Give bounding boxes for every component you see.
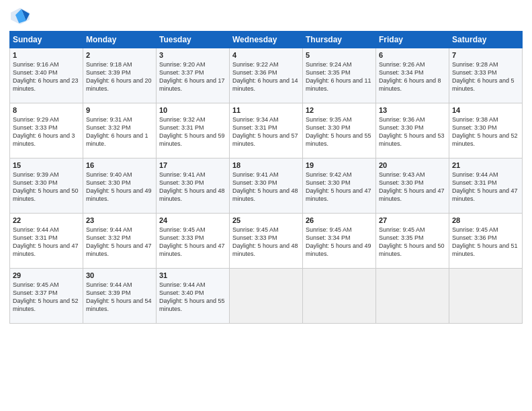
calendar-week-4: 22Sunrise: 9:44 AMSunset: 3:31 PMDayligh… bbox=[10, 214, 523, 269]
calendar-cell: 3Sunrise: 9:20 AMSunset: 3:37 PMDaylight… bbox=[157, 48, 230, 103]
day-content: Sunrise: 9:44 AMSunset: 3:31 PMDaylight:… bbox=[13, 226, 80, 259]
day-content: Sunrise: 9:45 AMSunset: 3:34 PMDaylight:… bbox=[306, 226, 373, 259]
calendar-cell bbox=[449, 269, 523, 324]
day-number: 20 bbox=[379, 161, 446, 169]
day-number: 28 bbox=[452, 216, 519, 224]
day-number: 23 bbox=[86, 216, 153, 224]
day-number: 11 bbox=[232, 106, 300, 114]
calendar-cell: 16Sunrise: 9:40 AMSunset: 3:30 PMDayligh… bbox=[83, 158, 157, 214]
day-number: 25 bbox=[232, 216, 300, 224]
day-number: 26 bbox=[306, 216, 373, 224]
day-content: Sunrise: 9:35 AMSunset: 3:30 PMDaylight:… bbox=[306, 116, 373, 148]
calendar-cell: 22Sunrise: 9:44 AMSunset: 3:31 PMDayligh… bbox=[10, 214, 83, 269]
calendar-cell: 6Sunrise: 9:26 AMSunset: 3:34 PMDaylight… bbox=[376, 48, 449, 103]
day-content: Sunrise: 9:45 AMSunset: 3:33 PMDaylight:… bbox=[232, 226, 300, 259]
day-number: 9 bbox=[86, 106, 153, 114]
calendar-cell: 17Sunrise: 9:41 AMSunset: 3:30 PMDayligh… bbox=[157, 158, 230, 214]
calendar-cell: 5Sunrise: 9:24 AMSunset: 3:35 PMDaylight… bbox=[303, 48, 376, 103]
day-number: 19 bbox=[306, 161, 373, 169]
calendar-cell: 7Sunrise: 9:28 AMSunset: 3:33 PMDaylight… bbox=[449, 48, 523, 103]
day-content: Sunrise: 9:44 AMSunset: 3:32 PMDaylight:… bbox=[86, 226, 153, 259]
calendar-header-thursday: Thursday bbox=[303, 32, 376, 48]
calendar-cell: 23Sunrise: 9:44 AMSunset: 3:32 PMDayligh… bbox=[83, 214, 157, 269]
calendar-cell bbox=[303, 269, 376, 324]
day-content: Sunrise: 9:45 AMSunset: 3:36 PMDaylight:… bbox=[452, 226, 519, 259]
calendar-week-5: 29Sunrise: 9:45 AMSunset: 3:37 PMDayligh… bbox=[10, 269, 523, 324]
day-content: Sunrise: 9:45 AMSunset: 3:35 PMDaylight:… bbox=[379, 226, 446, 259]
calendar-cell: 18Sunrise: 9:41 AMSunset: 3:30 PMDayligh… bbox=[230, 158, 303, 214]
calendar-header-monday: Monday bbox=[83, 32, 157, 48]
calendar-cell: 30Sunrise: 9:44 AMSunset: 3:39 PMDayligh… bbox=[83, 269, 157, 324]
calendar-cell: 1Sunrise: 9:16 AMSunset: 3:40 PMDaylight… bbox=[10, 48, 83, 103]
day-content: Sunrise: 9:29 AMSunset: 3:33 PMDaylight:… bbox=[13, 116, 80, 148]
page: SundayMondayTuesdayWednesdayThursdayFrid… bbox=[0, 0, 532, 411]
day-number: 2 bbox=[86, 51, 153, 59]
day-content: Sunrise: 9:20 AMSunset: 3:37 PMDaylight:… bbox=[159, 60, 226, 93]
calendar-cell: 12Sunrise: 9:35 AMSunset: 3:30 PMDayligh… bbox=[303, 103, 376, 158]
day-content: Sunrise: 9:16 AMSunset: 3:40 PMDaylight:… bbox=[13, 60, 80, 93]
calendar-week-2: 8Sunrise: 9:29 AMSunset: 3:33 PMDaylight… bbox=[10, 103, 523, 158]
day-content: Sunrise: 9:41 AMSunset: 3:30 PMDaylight:… bbox=[232, 171, 300, 203]
calendar-header-sunday: Sunday bbox=[10, 32, 83, 48]
calendar-cell bbox=[230, 269, 303, 324]
day-number: 8 bbox=[13, 106, 80, 114]
logo bbox=[9, 7, 34, 26]
day-content: Sunrise: 9:45 AMSunset: 3:33 PMDaylight:… bbox=[159, 226, 226, 259]
day-content: Sunrise: 9:44 AMSunset: 3:40 PMDaylight:… bbox=[159, 281, 226, 314]
calendar-cell: 11Sunrise: 9:34 AMSunset: 3:31 PMDayligh… bbox=[230, 103, 303, 158]
calendar-cell: 15Sunrise: 9:39 AMSunset: 3:30 PMDayligh… bbox=[10, 158, 83, 214]
calendar-header-tuesday: Tuesday bbox=[157, 32, 230, 48]
calendar-cell: 20Sunrise: 9:43 AMSunset: 3:30 PMDayligh… bbox=[376, 158, 449, 214]
calendar-header-friday: Friday bbox=[376, 32, 449, 48]
calendar-cell bbox=[376, 269, 449, 324]
day-number: 27 bbox=[379, 216, 446, 224]
day-number: 14 bbox=[452, 106, 519, 114]
day-number: 15 bbox=[13, 161, 80, 169]
day-content: Sunrise: 9:44 AMSunset: 3:31 PMDaylight:… bbox=[452, 171, 519, 203]
day-number: 10 bbox=[159, 106, 226, 114]
day-content: Sunrise: 9:34 AMSunset: 3:31 PMDaylight:… bbox=[232, 116, 300, 148]
calendar-cell: 21Sunrise: 9:44 AMSunset: 3:31 PMDayligh… bbox=[449, 158, 523, 214]
calendar-header-saturday: Saturday bbox=[449, 32, 523, 48]
day-number: 30 bbox=[86, 271, 153, 279]
day-number: 31 bbox=[159, 271, 226, 279]
calendar-cell: 8Sunrise: 9:29 AMSunset: 3:33 PMDaylight… bbox=[10, 103, 83, 158]
day-number: 1 bbox=[13, 51, 80, 59]
calendar-cell: 28Sunrise: 9:45 AMSunset: 3:36 PMDayligh… bbox=[449, 214, 523, 269]
day-content: Sunrise: 9:45 AMSunset: 3:37 PMDaylight:… bbox=[13, 281, 80, 314]
calendar-cell: 4Sunrise: 9:22 AMSunset: 3:36 PMDaylight… bbox=[230, 48, 303, 103]
day-number: 3 bbox=[159, 51, 226, 59]
calendar-cell: 27Sunrise: 9:45 AMSunset: 3:35 PMDayligh… bbox=[376, 214, 449, 269]
day-number: 6 bbox=[379, 51, 446, 59]
calendar-cell: 29Sunrise: 9:45 AMSunset: 3:37 PMDayligh… bbox=[10, 269, 83, 324]
day-content: Sunrise: 9:18 AMSunset: 3:39 PMDaylight:… bbox=[86, 60, 153, 93]
day-number: 13 bbox=[379, 106, 446, 114]
calendar-cell: 9Sunrise: 9:31 AMSunset: 3:32 PMDaylight… bbox=[83, 103, 157, 158]
day-content: Sunrise: 9:43 AMSunset: 3:30 PMDaylight:… bbox=[379, 171, 446, 203]
calendar-cell: 26Sunrise: 9:45 AMSunset: 3:34 PMDayligh… bbox=[303, 214, 376, 269]
day-content: Sunrise: 9:42 AMSunset: 3:30 PMDaylight:… bbox=[306, 171, 373, 203]
day-content: Sunrise: 9:31 AMSunset: 3:32 PMDaylight:… bbox=[86, 116, 153, 148]
day-number: 22 bbox=[13, 216, 80, 224]
day-number: 7 bbox=[452, 51, 519, 59]
calendar-cell: 25Sunrise: 9:45 AMSunset: 3:33 PMDayligh… bbox=[230, 214, 303, 269]
day-number: 4 bbox=[232, 51, 300, 59]
day-number: 5 bbox=[306, 51, 373, 59]
calendar-cell: 24Sunrise: 9:45 AMSunset: 3:33 PMDayligh… bbox=[157, 214, 230, 269]
day-number: 18 bbox=[232, 161, 300, 169]
day-content: Sunrise: 9:36 AMSunset: 3:30 PMDaylight:… bbox=[379, 116, 446, 148]
calendar-header-row: SundayMondayTuesdayWednesdayThursdayFrid… bbox=[10, 32, 523, 48]
logo-icon bbox=[9, 7, 31, 26]
day-number: 29 bbox=[13, 271, 80, 279]
calendar-cell: 31Sunrise: 9:44 AMSunset: 3:40 PMDayligh… bbox=[157, 269, 230, 324]
day-number: 21 bbox=[452, 161, 519, 169]
day-content: Sunrise: 9:40 AMSunset: 3:30 PMDaylight:… bbox=[86, 171, 153, 203]
calendar-cell: 10Sunrise: 9:32 AMSunset: 3:31 PMDayligh… bbox=[157, 103, 230, 158]
day-content: Sunrise: 9:24 AMSunset: 3:35 PMDaylight:… bbox=[306, 60, 373, 93]
day-content: Sunrise: 9:32 AMSunset: 3:31 PMDaylight:… bbox=[159, 116, 226, 148]
calendar-cell: 13Sunrise: 9:36 AMSunset: 3:30 PMDayligh… bbox=[376, 103, 449, 158]
day-content: Sunrise: 9:44 AMSunset: 3:39 PMDaylight:… bbox=[86, 281, 153, 314]
calendar-cell: 2Sunrise: 9:18 AMSunset: 3:39 PMDaylight… bbox=[83, 48, 157, 103]
calendar-cell: 19Sunrise: 9:42 AMSunset: 3:30 PMDayligh… bbox=[303, 158, 376, 214]
day-number: 16 bbox=[86, 161, 153, 169]
